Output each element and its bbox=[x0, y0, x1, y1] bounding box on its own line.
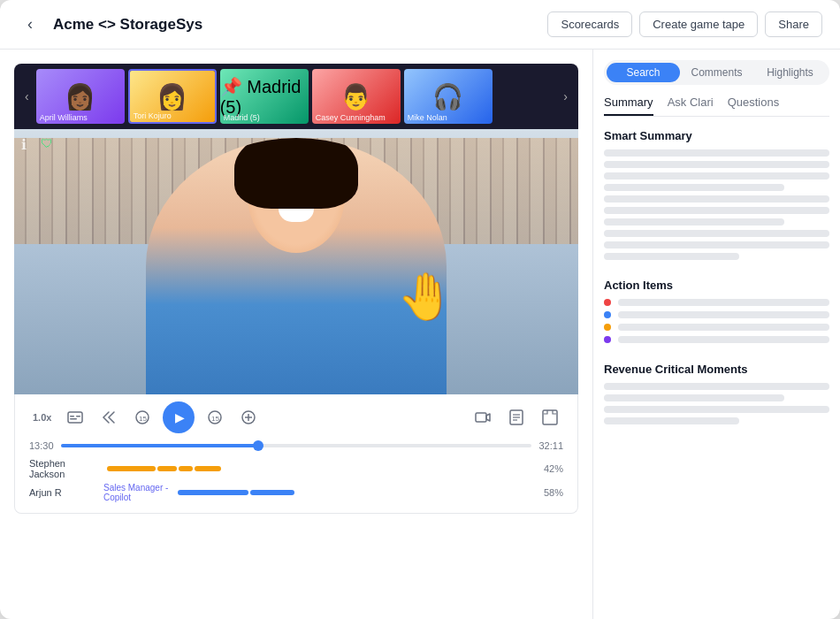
skeleton-line bbox=[604, 218, 784, 225]
svg-rect-11 bbox=[476, 413, 486, 422]
skeleton-line bbox=[604, 207, 829, 214]
header: ‹ Acme <> StorageSys Scorecards Create g… bbox=[0, 0, 840, 50]
action-dot-red bbox=[604, 299, 611, 306]
skeleton-line bbox=[604, 406, 829, 413]
action-dot-yellow bbox=[604, 324, 611, 331]
skeleton-line bbox=[604, 394, 784, 401]
action-items-title: Action Items bbox=[604, 279, 829, 292]
smart-summary-title: Smart Summary bbox=[604, 129, 829, 142]
action-item-row bbox=[604, 324, 829, 331]
thumb-mike[interactable]: 🎧 Mike Nolan bbox=[404, 69, 493, 124]
speaker-pct-arjun: 58% bbox=[537, 487, 563, 498]
right-panel: Search Comments Highlights Summary Ask C… bbox=[592, 50, 840, 619]
current-time: 13:30 bbox=[29, 440, 54, 451]
skeleton-line bbox=[604, 383, 829, 390]
action-item-row bbox=[604, 336, 829, 343]
transcript-button[interactable] bbox=[503, 404, 530, 431]
svg-rect-1 bbox=[70, 416, 74, 417]
thumb-label-tori: Tori Kojuro bbox=[134, 111, 172, 120]
speakers-section: Stephen Jackson 42% Arjun R bbox=[29, 458, 563, 502]
create-game-tape-button[interactable]: Create game tape bbox=[639, 11, 758, 37]
play-button[interactable]: ▶ bbox=[163, 401, 195, 433]
thumb-next-button[interactable]: › bbox=[560, 88, 571, 105]
video-controls: 1.0x 15 ▶ 15 bbox=[14, 394, 578, 514]
action-item-row bbox=[604, 299, 829, 306]
skeleton-line bbox=[604, 184, 784, 191]
revenue-critical-title: Revenue Critical Moments bbox=[604, 363, 829, 376]
svg-rect-0 bbox=[68, 412, 82, 423]
action-line bbox=[618, 311, 829, 318]
action-dot-blue bbox=[604, 311, 611, 318]
action-dot-purple bbox=[604, 336, 611, 343]
speaker-seg bbox=[179, 466, 193, 471]
thumb-label-april: April Williams bbox=[40, 113, 88, 122]
add-bookmark-button[interactable] bbox=[235, 404, 262, 431]
svg-text:15: 15 bbox=[211, 415, 219, 423]
speaker-seg bbox=[157, 466, 177, 471]
skeleton-line bbox=[604, 230, 829, 237]
video-panel: ‹ 👩🏾 April Williams 👩 Tori Kojuro bbox=[0, 50, 592, 619]
video-frame: 🤚 bbox=[14, 129, 578, 394]
speaker-name-stephen: Stephen Jackson bbox=[29, 458, 100, 479]
hand-wave-icon: 🤚 bbox=[397, 270, 454, 324]
thumb-label-madrid: Madrid (5) bbox=[224, 113, 260, 122]
speaker-row-arjun: Arjun R Sales Manager - Copilot 58% bbox=[29, 483, 563, 502]
action-line bbox=[618, 324, 829, 331]
speed-button[interactable]: 1.0x bbox=[29, 410, 55, 424]
share-button[interactable]: Share bbox=[765, 11, 822, 37]
video-main: 🤚 ℹ 🛡 bbox=[14, 129, 578, 394]
header-left: ‹ Acme <> StorageSys bbox=[18, 12, 202, 37]
progress-thumb[interactable] bbox=[253, 440, 263, 451]
speaker-pct-stephen: 42% bbox=[537, 463, 563, 474]
progress-track[interactable] bbox=[61, 444, 532, 447]
total-time: 32:11 bbox=[538, 440, 563, 451]
speaker-seg bbox=[250, 490, 294, 495]
tab-questions[interactable]: Questions bbox=[728, 96, 780, 116]
skeleton-line bbox=[604, 172, 829, 180]
thumb-tori[interactable]: 👩 Tori Kojuro bbox=[128, 69, 217, 124]
thumb-casey[interactable]: 👨 Casey Cunningham bbox=[312, 69, 401, 124]
speaker-seg bbox=[195, 466, 221, 471]
toggle-comments[interactable]: Comments bbox=[680, 63, 753, 82]
speaker-bars-stephen bbox=[107, 466, 530, 471]
sub-tabs: Summary Ask Clari Questions bbox=[604, 96, 829, 117]
skip-back-button[interactable] bbox=[95, 404, 122, 431]
revenue-critical-section: Revenue Critical Moments bbox=[604, 363, 829, 429]
thumb-label-casey: Casey Cunningham bbox=[316, 113, 386, 122]
toggle-search[interactable]: Search bbox=[607, 63, 680, 82]
tab-summary[interactable]: Summary bbox=[604, 96, 653, 116]
toggle-highlights[interactable]: Highlights bbox=[753, 63, 827, 82]
action-line bbox=[618, 299, 829, 306]
shield-icon: 🛡 bbox=[41, 136, 53, 150]
back-button[interactable]: ‹ bbox=[18, 12, 42, 37]
header-actions: Scorecards Create game tape Share bbox=[547, 11, 822, 37]
thumb-madrid[interactable]: 📌 Madrid (5) Madrid (5) bbox=[220, 69, 309, 124]
svg-rect-2 bbox=[76, 416, 80, 417]
main-content: ‹ 👩🏾 April Williams 👩 Tori Kojuro bbox=[0, 50, 840, 619]
expand-button[interactable] bbox=[537, 404, 563, 431]
speaker-bars-arjun bbox=[178, 490, 530, 495]
tab-ask-clari[interactable]: Ask Clari bbox=[668, 96, 714, 116]
speaker-row-stephen: Stephen Jackson 42% bbox=[29, 458, 563, 479]
action-items-section: Action Items bbox=[604, 279, 829, 348]
action-item-row bbox=[604, 311, 829, 318]
speaker-seg bbox=[107, 466, 156, 471]
app-window: ‹ Acme <> StorageSys Scorecards Create g… bbox=[0, 0, 840, 619]
thumb-label-mike: Mike Nolan bbox=[408, 113, 447, 122]
controls-bar: 1.0x 15 ▶ 15 bbox=[29, 401, 563, 433]
speaker-role-arjun: Sales Manager - Copilot bbox=[103, 483, 171, 502]
thumbnails-row: ‹ 👩🏾 April Williams 👩 Tori Kojuro bbox=[14, 64, 578, 129]
captions-button[interactable] bbox=[62, 404, 88, 431]
thumb-prev-button[interactable]: ‹ bbox=[21, 88, 33, 105]
scorecards-button[interactable]: Scorecards bbox=[547, 11, 632, 37]
speaker-name-arjun: Arjun R bbox=[29, 487, 100, 498]
forward-button[interactable]: 15 bbox=[202, 404, 228, 431]
rewind-button[interactable]: 15 bbox=[129, 404, 156, 431]
camera-view-button[interactable] bbox=[470, 404, 496, 431]
thumb-april[interactable]: 👩🏾 April Williams bbox=[36, 69, 125, 124]
svg-rect-16 bbox=[543, 410, 557, 424]
progress-fill bbox=[61, 444, 259, 447]
svg-rect-3 bbox=[70, 418, 77, 420]
smart-summary-section: Smart Summary bbox=[604, 129, 829, 264]
skeleton-line bbox=[604, 417, 739, 424]
